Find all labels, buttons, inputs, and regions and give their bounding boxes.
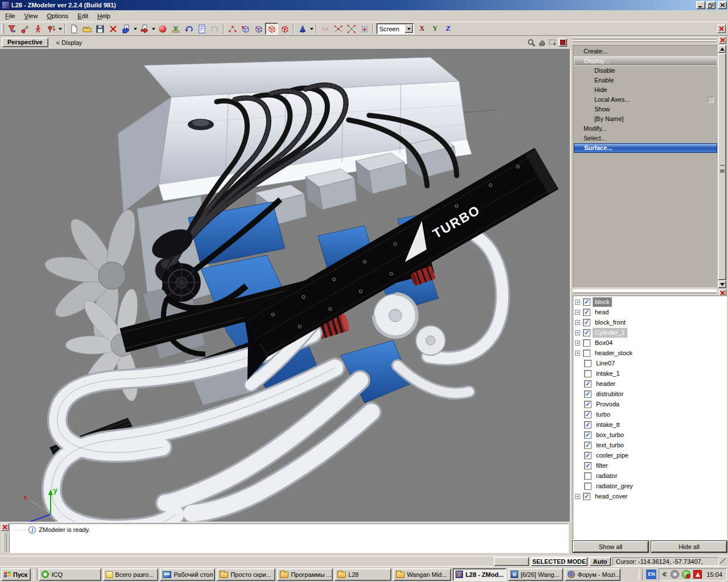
edges-mode-icon[interactable] (239, 23, 252, 35)
panel-grip[interactable] (573, 38, 717, 39)
visibility-checkbox[interactable] (584, 442, 592, 449)
visibility-checkbox[interactable] (584, 411, 592, 418)
menu-file[interactable]: File (1, 11, 20, 21)
zoom-icon[interactable] (526, 38, 536, 47)
material-sphere-icon[interactable] (156, 23, 169, 35)
expand-icon[interactable]: + (575, 300, 580, 305)
visibility-checkbox[interactable] (584, 401, 592, 408)
right-menu-item-modify[interactable]: Modify... (574, 124, 717, 134)
right-menu-item-by-name[interactable]: [By Name] (574, 114, 717, 124)
vertex-break-icon[interactable] (345, 23, 358, 35)
object-row-header-stock[interactable]: +header_stock (573, 348, 726, 358)
resize-grip[interactable] (720, 558, 727, 566)
language-indicator[interactable]: EN (646, 569, 656, 579)
task-рабочий-стол[interactable]: Рабочий стол (160, 568, 215, 581)
toolbar-close-button[interactable] (717, 24, 726, 33)
object-row-turbo[interactable]: turbo (573, 409, 726, 419)
undo-icon[interactable] (182, 23, 195, 35)
restore-button[interactable] (706, 1, 715, 9)
log-close-button[interactable] (1, 523, 9, 531)
import-icon[interactable] (119, 23, 133, 35)
object-row-block-front[interactable]: +block_front (573, 317, 726, 327)
pin-tool-icon[interactable] (44, 23, 57, 35)
object-row-header[interactable]: header (573, 379, 726, 389)
close-button[interactable] (718, 1, 727, 9)
visibility-checkbox[interactable] (583, 329, 590, 336)
task-icq[interactable]: ICQ (39, 568, 101, 581)
object-row-head-cover[interactable]: +head_cover (573, 491, 726, 501)
primitive-cone-icon[interactable] (296, 23, 309, 35)
object-row-filter[interactable]: filter (573, 460, 726, 471)
right-menu-item-disable[interactable]: Disable (574, 66, 717, 76)
object-row-distrubitor[interactable]: distrubitor (573, 389, 726, 399)
visibility-checkbox[interactable] (583, 350, 590, 357)
object-row-radiator-grey[interactable]: radiator_grey (573, 481, 726, 491)
visibility-checkbox[interactable] (584, 370, 592, 377)
combo-dropdown-icon[interactable] (404, 24, 413, 33)
visibility-checkbox[interactable] (583, 309, 590, 316)
snap-grid-icon[interactable] (358, 23, 371, 35)
object-row-intake-tt[interactable]: intake_tt (573, 419, 726, 430)
groups-mode-icon[interactable] (278, 23, 291, 35)
status-auto-button[interactable]: Auto (589, 557, 611, 566)
menu-view[interactable]: View (20, 11, 43, 21)
redo-icon[interactable] (208, 23, 221, 35)
right-menu-item-select[interactable]: Select... (574, 134, 717, 143)
task-форум-mozi[interactable]: Форум - Mozi... (565, 568, 621, 581)
visibility-checkbox[interactable] (583, 493, 590, 500)
select-tool-icon[interactable] (5, 23, 18, 35)
axis-y-button[interactable]: Y (429, 23, 441, 35)
object-row-intake-1[interactable]: intake_1 (573, 368, 726, 379)
axis-z-button[interactable]: Z (442, 23, 454, 35)
visibility-checkbox[interactable] (583, 339, 590, 347)
menu-scrollbar[interactable] (718, 45, 726, 288)
tray-messenger-icon[interactable] (682, 570, 690, 579)
object-row-line07[interactable]: Line07 (573, 358, 726, 368)
animate-tool-icon[interactable] (31, 23, 44, 35)
menu-help[interactable]: Help (93, 11, 115, 21)
move-tool-icon[interactable] (18, 23, 31, 35)
select-region-icon[interactable] (548, 38, 557, 47)
expand-icon[interactable]: + (575, 310, 580, 315)
visibility-checkbox[interactable] (584, 380, 592, 388)
axis-x-button[interactable]: X (416, 23, 428, 35)
object-row-box-turbo[interactable]: box_turbo (573, 430, 726, 440)
export-dropdown-icon[interactable] (151, 23, 156, 35)
taskbar-grip[interactable] (34, 569, 38, 580)
open-file-icon[interactable] (80, 23, 93, 35)
visibility-checkbox[interactable] (584, 390, 592, 398)
visibility-checkbox[interactable] (584, 462, 592, 469)
task-программы[interactable]: Программы ... (277, 568, 333, 581)
visibility-checkbox[interactable] (584, 452, 592, 459)
right-menu-item-local-axes[interactable]: Local Axes... (574, 95, 717, 105)
object-row-head[interactable]: +head (573, 307, 726, 317)
task-l28-zmod[interactable]: L28 - ZMod... (453, 568, 506, 581)
minimize-button[interactable] (696, 1, 705, 9)
tool-dropdown-icon[interactable] (57, 23, 63, 35)
new-file-icon[interactable] (67, 23, 80, 35)
expand-icon[interactable]: + (575, 351, 580, 356)
visibility-checkbox[interactable] (584, 360, 592, 367)
import-dropdown-icon[interactable] (133, 23, 138, 35)
tray-dialer-icon[interactable] (671, 570, 679, 579)
visibility-checkbox[interactable] (584, 483, 592, 490)
expand-icon[interactable]: + (575, 330, 580, 335)
faces-mode-icon[interactable] (252, 23, 265, 35)
active-viewport-button[interactable] (559, 38, 567, 47)
scroll-up-icon[interactable] (718, 45, 726, 53)
taskbar-grip[interactable] (639, 569, 643, 580)
right-menu-item-surface[interactable]: Surface... (574, 143, 717, 153)
object-row-block[interactable]: +block (573, 297, 726, 307)
panel-grip[interactable] (573, 40, 717, 42)
visibility-checkbox[interactable] (584, 431, 592, 439)
right-menu-item-hide[interactable]: Hide (574, 85, 717, 95)
object-row-radiator[interactable]: radiator (573, 471, 726, 481)
object-row-box04[interactable]: +Box04 (573, 338, 726, 348)
object-row-cooler-pipe[interactable]: cooler_pipe (573, 450, 726, 460)
save-file-icon[interactable] (93, 23, 106, 35)
objects-mode-icon[interactable] (265, 23, 278, 35)
menu-panel-close-button[interactable] (719, 36, 726, 44)
task-всего-разго[interactable]: Всего разго... (103, 568, 158, 581)
viewport-3d[interactable]: TURBO x y Z (0, 49, 570, 522)
task-wangan-mid[interactable]: Wangan Mid... (393, 568, 451, 581)
